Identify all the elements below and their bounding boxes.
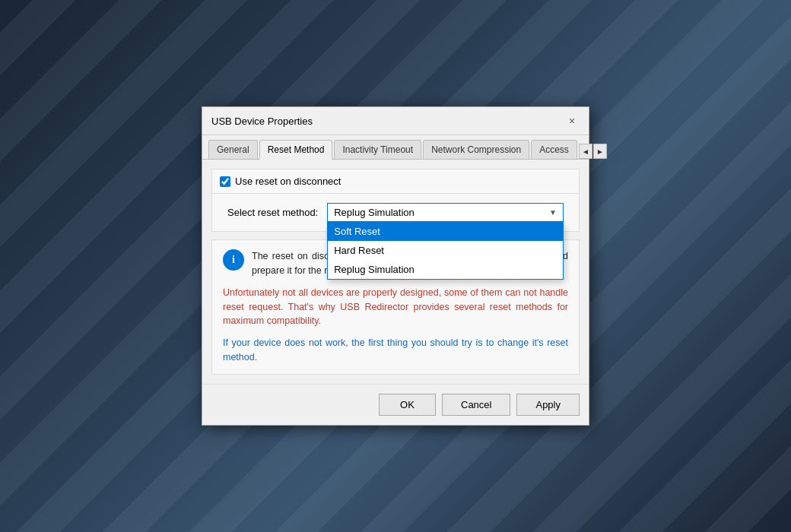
dropdown-option-replug-simulation[interactable]: Replug Simulation [328, 260, 563, 279]
tab-navigation: ◄ ► [579, 144, 607, 159]
apply-button[interactable]: Apply [516, 394, 580, 416]
tab-access[interactable]: Access [531, 140, 577, 159]
tab-next-button[interactable]: ► [593, 144, 607, 159]
info-icon: i [223, 249, 244, 271]
dialog: USB Device Properties × General Reset Me… [202, 106, 589, 425]
chevron-down-icon: ▼ [549, 208, 557, 217]
dropdown-list: Soft Reset Hard Reset Replug Simulation [327, 222, 564, 280]
dropdown-selected-value[interactable]: Replug Simulation ▼ [327, 203, 564, 222]
tab-prev-button[interactable]: ◄ [579, 144, 592, 159]
dropdown-option-soft-reset[interactable]: Soft Reset [328, 222, 563, 241]
use-reset-checkbox[interactable] [220, 176, 230, 187]
use-reset-row: Use reset on disconnect [211, 169, 580, 194]
select-reset-row: Select reset method: Replug Simulation ▼… [211, 194, 580, 232]
ok-button[interactable]: OK [379, 394, 436, 416]
info-warning-text: Unfortunately not all devices are proper… [223, 286, 568, 328]
tab-reset-method[interactable]: Reset Method [259, 140, 333, 160]
tab-inactivity-timeout[interactable]: Inactivity Timeout [334, 140, 421, 159]
dialog-title: USB Device Properties [211, 116, 313, 127]
tab-network-compression[interactable]: Network Compression [423, 140, 529, 159]
info-tip-text: If your device does not work, the first … [223, 336, 568, 365]
title-bar: USB Device Properties × [202, 107, 589, 135]
cancel-button[interactable]: Cancel [442, 394, 510, 416]
tab-bar: General Reset Method Inactivity Timeout … [202, 135, 589, 160]
reset-method-dropdown[interactable]: Replug Simulation ▼ Soft Reset Hard Rese… [327, 203, 564, 222]
tab-content: Use reset on disconnect Select reset met… [202, 160, 589, 383]
dropdown-option-hard-reset[interactable]: Hard Reset [328, 241, 563, 260]
select-reset-label: Select reset method: [227, 207, 318, 218]
use-reset-label: Use reset on disconnect [235, 176, 341, 187]
tab-general[interactable]: General [208, 140, 258, 159]
close-button[interactable]: × [564, 113, 580, 128]
button-row: OK Cancel Apply [202, 384, 589, 425]
